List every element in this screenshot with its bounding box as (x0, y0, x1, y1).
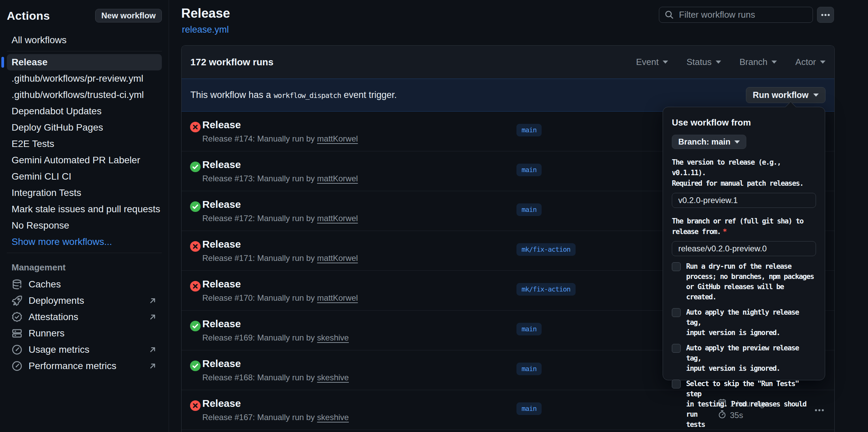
x-circle-icon (190, 241, 201, 252)
branch-badge[interactable]: main (516, 323, 542, 335)
check-circle-icon (190, 201, 201, 212)
run-title-link[interactable]: Release (202, 398, 241, 409)
version-input[interactable] (672, 193, 816, 208)
actor-link[interactable]: skeshive (317, 333, 349, 342)
checkbox[interactable] (672, 308, 681, 317)
run-title-link[interactable]: Release (202, 318, 241, 330)
branch-badge[interactable]: main (516, 363, 542, 375)
actor-link[interactable]: skeshive (317, 373, 349, 382)
branch-badge[interactable]: mk/fix-action (516, 243, 576, 256)
sidebar-item-workflow[interactable]: E2E Tests (7, 136, 162, 152)
actor-link[interactable]: mattKorwel (317, 174, 358, 183)
sidebar-item-workflow[interactable]: Integration Tests (7, 185, 162, 201)
actor-link[interactable]: mattKorwel (317, 293, 358, 302)
filter-workflow-runs-input[interactable] (659, 7, 813, 23)
version-input-label: The version to release (e.g., v0.1.11).R… (672, 157, 816, 189)
arrow-up-right-icon (148, 313, 157, 321)
kebab-horizontal-icon[interactable] (817, 7, 834, 23)
workflow-file-link[interactable]: release.yml (182, 24, 229, 35)
sidebar-item-management[interactable]: Performance metrics (7, 358, 162, 374)
sidebar-item-label: No Response (12, 220, 69, 231)
management-item-label: Attestations (29, 312, 78, 322)
filter-dropdown-label: Actor (795, 57, 816, 67)
run-description: Release #170: Manually run by mattKorwel (202, 293, 358, 303)
sidebar-item-management[interactable]: Deployments (7, 293, 162, 309)
run-title-link[interactable]: Release (202, 358, 241, 369)
management-item-label: Runners (29, 328, 65, 339)
banner-code: workflow_dispatch (271, 92, 344, 100)
actor-link[interactable]: mattKorwel (317, 134, 358, 143)
checkbox-label: Auto apply the preview release tag,input… (686, 343, 816, 373)
page-title: Release (181, 6, 230, 21)
new-workflow-button[interactable]: New workflow (95, 9, 162, 22)
checkbox-row: Auto apply the nightly release tag,input… (672, 307, 816, 338)
required-asterisk: * (721, 228, 727, 236)
actor-link[interactable]: mattKorwel (317, 253, 358, 263)
run-description: Release #172: Manually run by mattKorwel (202, 214, 358, 223)
sidebar-item-workflow[interactable]: Deploy GitHub Pages (7, 119, 162, 136)
actor-link[interactable]: mattKorwel (317, 214, 358, 223)
run-title-link[interactable]: Release (202, 199, 241, 210)
filter-dropdown[interactable]: Event (636, 57, 668, 67)
filter-dropdown[interactable]: Branch (739, 57, 777, 67)
check-circle-icon (190, 321, 201, 331)
sidebar-item-management[interactable]: Attestations (7, 309, 162, 325)
sidebar-title: Actions (7, 9, 50, 22)
sidebar-divider (7, 253, 162, 253)
rocket-icon (12, 295, 22, 306)
sidebar-item-all-workflows[interactable]: All workflows (7, 32, 162, 48)
sidebar-item-workflow[interactable]: .github/workflows/pr-review.yml (7, 70, 162, 87)
branch-badge[interactable]: main (516, 124, 542, 136)
branch-badge[interactable]: mk/fix-action (516, 283, 576, 296)
checkbox[interactable] (672, 344, 681, 353)
sidebar-item-workflow[interactable]: Gemini CLI CI (7, 168, 162, 185)
selected-accent-bar (1, 57, 4, 68)
banner-text: This workflow has aworkflow_dispatcheven… (190, 90, 397, 100)
sidebar-item-workflow[interactable]: No Response (7, 217, 162, 234)
sidebar-item-label: Gemini CLI CI (12, 171, 71, 182)
run-workflow-dropdown-button[interactable]: Run workflow (746, 87, 826, 103)
sidebar-item-management[interactable]: Usage metrics (7, 342, 162, 358)
branch-selector-button[interactable]: Branch: main (672, 135, 746, 149)
arrow-up-right-icon (148, 296, 157, 305)
sidebar-item-label: E2E Tests (12, 138, 54, 149)
sidebar-item-workflow[interactable]: Gemini Automated PR Labeler (7, 152, 162, 168)
run-title-link[interactable]: Release (202, 278, 241, 290)
runs-count: 172 workflow runs (190, 57, 273, 68)
filter-dropdown[interactable]: Status (686, 57, 721, 67)
checkbox-label: Select to skip the "Run Tests" stepin te… (686, 379, 816, 430)
sidebar-item-management[interactable]: Caches (7, 276, 162, 293)
chevron-down-icon (663, 61, 668, 64)
actor-link[interactable]: skeshive (317, 413, 349, 422)
sidebar-item-workflow[interactable]: Dependabot Updates (7, 103, 162, 119)
run-description: Release #168: Manually run by skeshive (202, 373, 349, 382)
popover-checkboxes: Run a dry-run of the releaseprocess; no … (672, 261, 816, 430)
filter-dropdown[interactable]: Actor (795, 57, 826, 67)
branch-badge[interactable]: main (516, 402, 542, 415)
sidebar-item-workflow[interactable]: Release (7, 54, 162, 70)
meter-icon (12, 344, 22, 355)
actions-sidebar: Actions New workflow All workflows Relea… (0, 0, 169, 432)
sidebar-item-label: Mark stale issues and pull requests (12, 204, 160, 215)
show-more-workflows-link[interactable]: Show more workflows... (7, 234, 162, 250)
run-description: Release #171: Manually run by mattKorwel (202, 253, 358, 263)
x-circle-icon (190, 400, 201, 411)
run-title-link[interactable]: Release (202, 238, 241, 250)
run-title-link[interactable]: Release (202, 119, 241, 131)
sidebar-item-management[interactable]: Runners (7, 325, 162, 342)
checkbox[interactable] (672, 380, 681, 388)
checkbox-row: Select to skip the "Run Tests" stepin te… (672, 379, 816, 430)
sidebar-item-workflow[interactable]: Mark stale issues and pull requests (7, 201, 162, 217)
popover-title: Use workflow from (672, 117, 816, 128)
checkbox[interactable] (672, 262, 681, 271)
sidebar-item-label: Gemini Automated PR Labeler (12, 155, 140, 166)
sidebar-item-workflow[interactable]: .github/workflows/trusted-ci.yml (7, 87, 162, 103)
check-circle-icon (190, 361, 201, 371)
ref-input[interactable] (672, 241, 816, 256)
branch-badge[interactable]: main (516, 203, 542, 216)
run-title-link[interactable]: Release (202, 159, 241, 170)
sidebar-item-label: .github/workflows/pr-review.yml (12, 73, 143, 84)
branch-badge[interactable]: main (516, 164, 542, 176)
chevron-down-icon (734, 140, 740, 144)
sidebar-item-label: Integration Tests (12, 187, 81, 198)
